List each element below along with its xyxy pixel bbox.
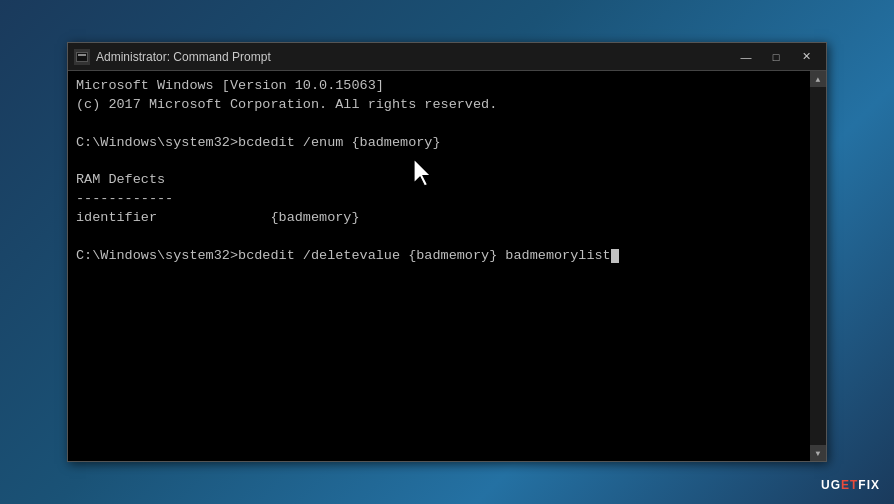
window-controls: — □ ✕ <box>732 47 820 67</box>
close-button[interactable]: ✕ <box>792 47 820 67</box>
scrollbar[interactable]: ▲ ▼ <box>810 71 826 461</box>
line-1: Microsoft Windows [Version 10.0.15063] <box>76 77 800 96</box>
line-4: C:\Windows\system32>bcdedit /enum {badme… <box>76 134 800 153</box>
minimize-button[interactable]: — <box>732 47 760 67</box>
maximize-button[interactable]: □ <box>762 47 790 67</box>
terminal-content: Microsoft Windows [Version 10.0.15063] (… <box>76 77 800 266</box>
line-3 <box>76 115 800 134</box>
watermark: UGETFIX <box>821 478 880 492</box>
line-8: identifier {badmemory} <box>76 209 800 228</box>
scroll-track <box>810 87 826 445</box>
line-9 <box>76 228 800 247</box>
terminal-area[interactable]: Microsoft Windows [Version 10.0.15063] (… <box>68 71 826 461</box>
cmd-icon <box>74 49 90 65</box>
line-10: C:\Windows\system32>bcdedit /deletevalue… <box>76 247 800 266</box>
window-title: Administrator: Command Prompt <box>96 50 732 64</box>
window: Administrator: Command Prompt — □ ✕ Micr… <box>67 42 827 462</box>
cursor <box>611 249 619 263</box>
line-6: RAM Defects <box>76 171 800 190</box>
scroll-up-button[interactable]: ▲ <box>810 71 826 87</box>
scroll-down-button[interactable]: ▼ <box>810 445 826 461</box>
watermark-text: UGETFIX <box>821 478 880 492</box>
line-7: ------------ <box>76 190 800 209</box>
line-2: (c) 2017 Microsoft Corporation. All righ… <box>76 96 800 115</box>
title-bar: Administrator: Command Prompt — □ ✕ <box>68 43 826 71</box>
line-5 <box>76 153 800 172</box>
watermark-accent: ET <box>841 478 858 492</box>
